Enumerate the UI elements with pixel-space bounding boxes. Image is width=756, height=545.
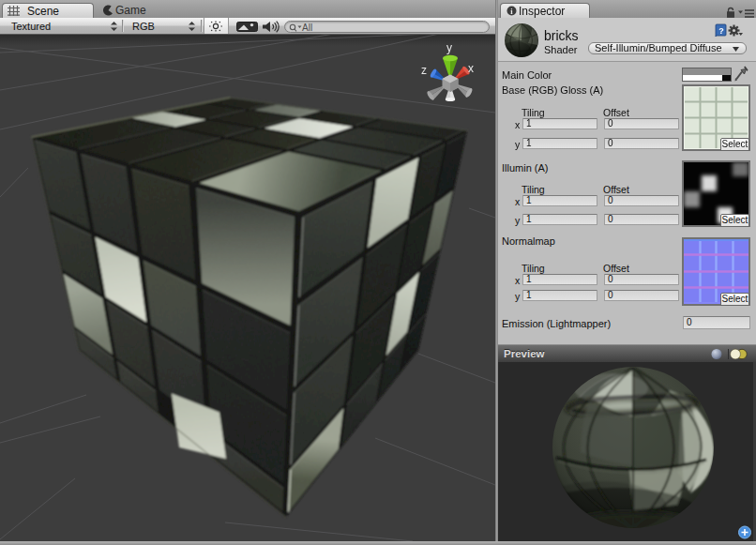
svg-text:z: z — [421, 64, 427, 77]
svg-text:x: x — [468, 62, 474, 75]
svg-text:y: y — [446, 41, 452, 54]
svg-text:?: ? — [718, 26, 724, 36]
